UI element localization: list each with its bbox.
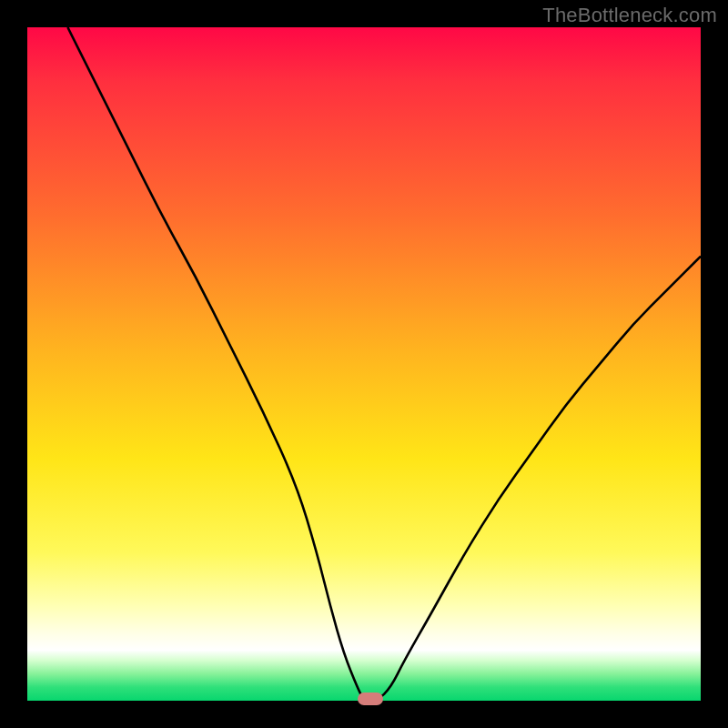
- bottleneck-curve: [67, 27, 701, 701]
- watermark-text: TheBottleneck.com: [542, 4, 717, 27]
- chart-frame: TheBottleneck.com: [0, 0, 728, 728]
- optimum-marker: [358, 693, 383, 705]
- curve-layer: [27, 27, 701, 701]
- plot-area: [27, 27, 701, 701]
